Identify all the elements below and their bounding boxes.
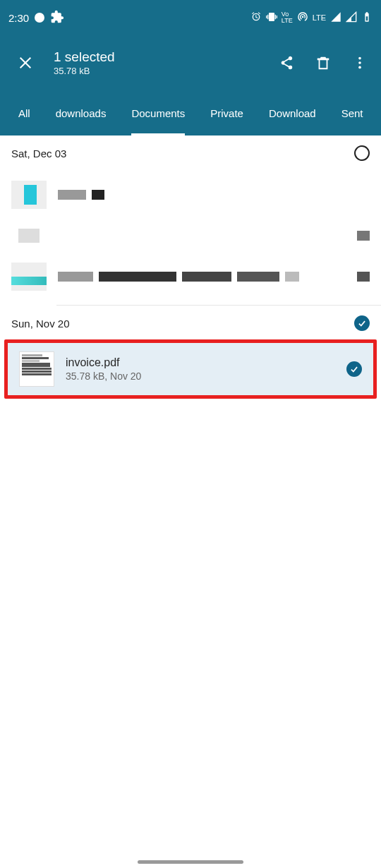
lte-label: LTE [313, 13, 326, 22]
tab-sent[interactable]: Sent [329, 90, 376, 135]
nav-handle[interactable] [138, 860, 243, 864]
vibrate-icon [266, 11, 277, 25]
status-time: 2:30 [8, 12, 29, 24]
extension-icon [50, 10, 64, 26]
alarm-icon [250, 11, 262, 25]
category-tabs: All downloads Documents Private Download… [0, 90, 381, 135]
svg-point-3 [358, 61, 361, 64]
selection-count: 1 selected [54, 49, 277, 65]
file-row[interactable]: invoice.pdf 35.78 kB, Nov 20 [8, 343, 373, 395]
tab-private[interactable]: Private [198, 90, 256, 135]
section-date-label: Sun, Nov 20 [11, 318, 354, 330]
svg-point-2 [358, 57, 361, 60]
status-bar: 2:30 VoLTE LTE [0, 0, 381, 35]
signal-icon [330, 11, 341, 25]
svg-point-4 [358, 66, 361, 69]
redacted-text [51, 231, 370, 241]
file-thumbnail-icon [18, 229, 40, 243]
tab-all[interactable]: All [6, 90, 43, 135]
redacted-text [58, 272, 346, 282]
selection-size: 35.78 kB [54, 66, 277, 76]
tab-downloads[interactable]: downloads [43, 90, 119, 135]
file-row[interactable] [0, 248, 381, 305]
file-meta-label: 35.78 kB, Nov 20 [66, 370, 335, 382]
notification-dot-icon [35, 13, 44, 23]
select-all-toggle[interactable] [354, 315, 370, 331]
file-row[interactable] [0, 167, 381, 223]
select-all-toggle[interactable] [354, 145, 370, 161]
hotspot-icon [297, 11, 308, 25]
file-section: Sat, Dec 03 [0, 135, 381, 306]
more-options-button[interactable] [350, 53, 370, 73]
close-selection-button[interactable] [11, 49, 40, 77]
section-date-label: Sat, Dec 03 [11, 147, 354, 159]
tab-documents[interactable]: Documents [119, 90, 198, 135]
file-name-label: invoice.pdf [66, 356, 335, 369]
file-select-toggle[interactable] [346, 361, 362, 377]
selection-app-bar: 1 selected 35.78 kB [0, 35, 381, 90]
redacted-text [58, 190, 370, 200]
redacted-text [357, 272, 370, 282]
highlight-annotation: invoice.pdf 35.78 kB, Nov 20 [4, 339, 377, 399]
volte-icon: VoLTE [282, 11, 293, 24]
delete-button[interactable] [313, 53, 333, 73]
file-thumbnail-icon [11, 263, 47, 291]
file-thumbnail-icon [19, 351, 54, 387]
battery-icon [361, 11, 373, 25]
signal-icon-2 [346, 11, 357, 25]
file-section: Sun, Nov 20 invoice.pdf 35.78 kB, Nov 20 [0, 306, 381, 399]
share-button[interactable] [277, 53, 296, 73]
file-row[interactable] [0, 223, 381, 248]
file-thumbnail-icon [11, 181, 47, 209]
tab-download[interactable]: Download [256, 90, 329, 135]
